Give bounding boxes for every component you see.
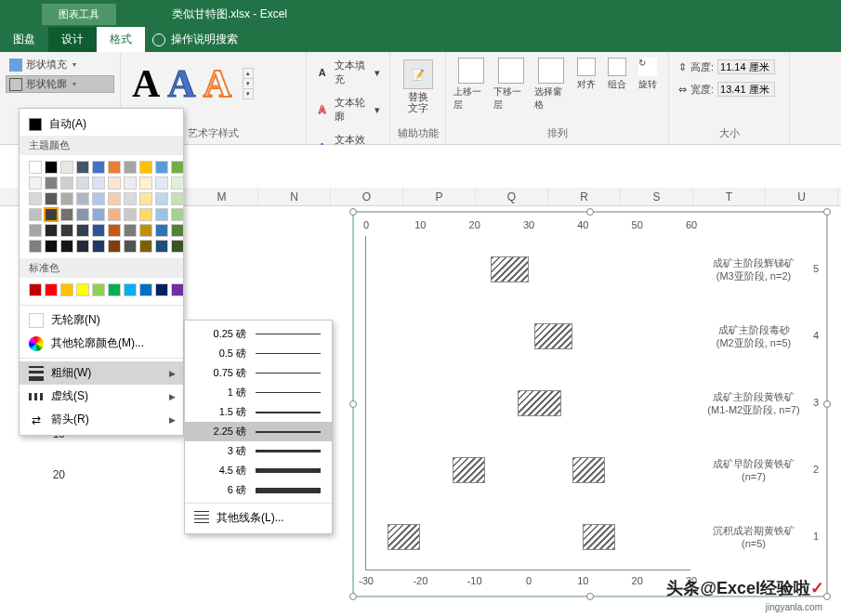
weight-option[interactable]: 3 磅 <box>185 441 332 461</box>
color-swatch[interactable] <box>60 224 73 237</box>
color-swatch[interactable] <box>108 208 121 221</box>
arrows-item[interactable]: ⇄ 箭头(R) ▶ <box>20 408 183 431</box>
color-swatch[interactable] <box>139 161 152 174</box>
color-swatch[interactable] <box>29 192 42 205</box>
color-swatch[interactable] <box>108 192 121 205</box>
more-colors-item[interactable]: 其他轮廓颜色(M)... <box>20 332 183 355</box>
weight-option[interactable]: 2.25 磅 <box>185 422 332 441</box>
color-swatch[interactable] <box>124 208 137 221</box>
color-swatch[interactable] <box>139 208 152 221</box>
resize-handle[interactable] <box>349 400 357 408</box>
color-swatch[interactable] <box>124 161 137 174</box>
color-swatch[interactable] <box>155 283 168 296</box>
auto-color-item[interactable]: 自动(A) <box>20 112 183 136</box>
group-button[interactable]: 组合 <box>603 56 632 113</box>
color-swatch[interactable] <box>171 224 184 237</box>
chart-object[interactable]: 0102030405060-30-20-10010203012345成矿主阶段辉… <box>353 212 827 596</box>
color-swatch[interactable] <box>92 283 105 296</box>
tab-format[interactable]: 格式 <box>97 27 145 52</box>
chart-bar[interactable] <box>491 256 529 282</box>
chart-bar[interactable] <box>453 457 485 483</box>
column-header[interactable]: N <box>258 188 331 205</box>
color-swatch[interactable] <box>108 224 121 237</box>
no-outline-item[interactable]: 无轮廓(N) <box>20 308 183 332</box>
color-swatch[interactable] <box>108 283 121 296</box>
color-swatch[interactable] <box>92 177 105 190</box>
cell-value[interactable]: 20 <box>28 468 65 509</box>
weight-option[interactable]: 0.5 磅 <box>185 344 332 363</box>
color-swatch[interactable] <box>124 283 137 296</box>
color-swatch[interactable] <box>60 240 73 253</box>
text-fill-button[interactable]: A文本填充▾ <box>312 56 384 89</box>
color-swatch[interactable] <box>29 208 42 221</box>
column-header[interactable]: R <box>548 188 621 205</box>
color-swatch[interactable] <box>29 161 42 174</box>
color-swatch[interactable] <box>171 240 184 253</box>
color-swatch[interactable] <box>45 161 58 174</box>
text-outline-button[interactable]: A文本轮廓▾ <box>312 93 384 126</box>
tell-me[interactable]: 操作说明搜索 <box>152 27 238 52</box>
color-swatch[interactable] <box>155 177 168 190</box>
resize-handle[interactable] <box>823 400 831 408</box>
color-swatch[interactable] <box>45 208 58 221</box>
color-swatch[interactable] <box>155 240 168 253</box>
height-input[interactable] <box>717 59 775 74</box>
color-swatch[interactable] <box>124 224 137 237</box>
weight-option[interactable]: 4.5 磅 <box>185 461 332 480</box>
align-button[interactable]: 对齐 <box>572 56 601 113</box>
width-input[interactable] <box>717 82 775 97</box>
color-swatch[interactable] <box>60 192 73 205</box>
color-swatch[interactable] <box>92 240 105 253</box>
color-swatch[interactable] <box>108 161 121 174</box>
color-swatch[interactable] <box>139 192 152 205</box>
column-header[interactable]: M <box>186 188 258 205</box>
color-swatch[interactable] <box>76 192 89 205</box>
color-swatch[interactable] <box>171 283 184 296</box>
wordart-style-2[interactable]: A <box>167 61 195 106</box>
rotate-button[interactable]: ↻旋转 <box>634 56 663 113</box>
color-swatch[interactable] <box>29 283 42 296</box>
chart-bar[interactable] <box>572 457 605 483</box>
color-swatch[interactable] <box>76 224 89 237</box>
color-swatch[interactable] <box>29 177 42 190</box>
tab-home[interactable]: 图盘 <box>0 27 48 52</box>
color-swatch[interactable] <box>92 161 105 174</box>
color-swatch[interactable] <box>139 224 152 237</box>
color-swatch[interactable] <box>92 192 105 205</box>
color-swatch[interactable] <box>76 177 89 190</box>
weight-option[interactable]: 0.75 磅 <box>185 363 332 383</box>
plot-area[interactable]: 0102030405060-30-20-10010203012345成矿主阶段辉… <box>365 236 690 570</box>
resize-handle[interactable] <box>823 593 831 600</box>
color-swatch[interactable] <box>139 283 152 296</box>
color-swatch[interactable] <box>45 177 58 190</box>
column-header[interactable]: P <box>403 188 476 205</box>
color-swatch[interactable] <box>60 161 73 174</box>
column-header[interactable]: T <box>693 188 766 205</box>
wordart-style-1[interactable]: A <box>132 61 160 106</box>
color-swatch[interactable] <box>171 177 184 190</box>
bring-forward-button[interactable]: 上移一层 <box>452 56 490 113</box>
resize-handle[interactable] <box>349 593 357 600</box>
color-swatch[interactable] <box>92 224 105 237</box>
color-swatch[interactable] <box>76 208 89 221</box>
column-header[interactable]: Q <box>476 188 548 205</box>
resize-handle[interactable] <box>823 208 831 216</box>
column-header[interactable]: S <box>621 188 693 205</box>
color-swatch[interactable] <box>108 240 121 253</box>
chart-bar[interactable] <box>534 323 572 349</box>
color-swatch[interactable] <box>29 224 42 237</box>
color-swatch[interactable] <box>139 240 152 253</box>
color-swatch[interactable] <box>92 208 105 221</box>
dashes-item[interactable]: 虚线(S) ▶ <box>20 385 183 408</box>
color-swatch[interactable] <box>45 283 58 296</box>
color-swatch[interactable] <box>76 283 89 296</box>
color-swatch[interactable] <box>155 224 168 237</box>
color-swatch[interactable] <box>45 240 58 253</box>
color-swatch[interactable] <box>171 192 184 205</box>
weight-option[interactable]: 0.25 磅 <box>185 324 332 344</box>
wordart-gallery[interactable]: A A A ▴▾▾ <box>126 56 300 106</box>
color-swatch[interactable] <box>60 208 73 221</box>
color-swatch[interactable] <box>45 192 58 205</box>
color-swatch[interactable] <box>124 240 137 253</box>
chart-bar[interactable] <box>518 390 561 416</box>
